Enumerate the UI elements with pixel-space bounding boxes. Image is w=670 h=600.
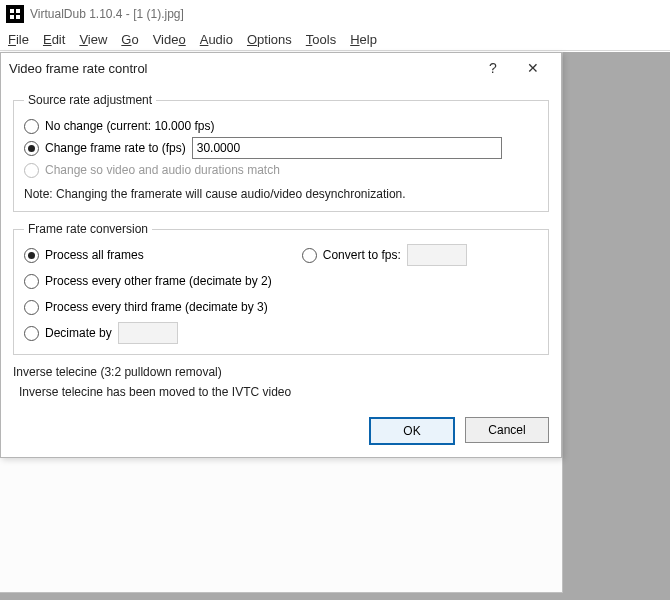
menu-view[interactable]: View: [79, 32, 107, 47]
radio-decimate-2[interactable]: [24, 274, 39, 289]
svg-rect-3: [10, 15, 14, 19]
radio-convert-to-fps[interactable]: [302, 248, 317, 263]
group-source-rate: Source rate adjustment No change (curren…: [13, 93, 549, 212]
menu-tools[interactable]: Tools: [306, 32, 336, 47]
group-frame-rate-conversion: Frame rate conversion Process all frames…: [13, 222, 549, 355]
radio-match-av-durations: [24, 163, 39, 178]
input-decimate-by-value[interactable]: [118, 322, 178, 344]
svg-rect-4: [16, 15, 20, 19]
dialog-video-frame-rate: Video frame rate control ? ✕ Source rate…: [0, 52, 562, 458]
radio-decimate-3[interactable]: [24, 300, 39, 315]
label-decimate-3: Process every third frame (decimate by 3…: [45, 300, 268, 314]
menu-go[interactable]: Go: [121, 32, 138, 47]
label-process-all: Process all frames: [45, 248, 144, 262]
input-convert-to-fps-value[interactable]: [407, 244, 467, 266]
menu-audio[interactable]: Audio: [200, 32, 233, 47]
dialog-close-button[interactable]: ✕: [513, 54, 553, 82]
radio-decimate-by[interactable]: [24, 326, 39, 341]
menu-options[interactable]: Options: [247, 32, 292, 47]
menu-file[interactable]: File: [8, 32, 29, 47]
svg-rect-2: [16, 9, 20, 13]
group-frc-legend: Frame rate conversion: [24, 222, 152, 236]
section-inverse-telecine: Inverse telecine (3:2 pulldown removal) …: [13, 365, 549, 399]
ivtc-header: Inverse telecine (3:2 pulldown removal): [13, 365, 549, 379]
label-match-av-durations: Change so video and audio durations matc…: [45, 163, 280, 177]
ivtc-body: Inverse telecine has been moved to the I…: [13, 385, 549, 399]
label-no-change: No change (current: 10.000 fps): [45, 119, 214, 133]
menu-edit[interactable]: Edit: [43, 32, 65, 47]
radio-no-change[interactable]: [24, 119, 39, 134]
input-change-frame-rate-value[interactable]: [192, 137, 502, 159]
menu-video[interactable]: Video: [153, 32, 186, 47]
label-change-frame-rate: Change frame rate to (fps): [45, 141, 186, 155]
cancel-button[interactable]: Cancel: [465, 417, 549, 443]
note-desync: Note: Changing the framerate will cause …: [24, 187, 538, 201]
radio-change-frame-rate[interactable]: [24, 141, 39, 156]
label-decimate-2: Process every other frame (decimate by 2…: [45, 274, 272, 288]
radio-process-all[interactable]: [24, 248, 39, 263]
dialog-title: Video frame rate control: [9, 61, 473, 76]
group-source-rate-legend: Source rate adjustment: [24, 93, 156, 107]
label-convert-to-fps: Convert to fps:: [323, 248, 401, 262]
label-decimate-by: Decimate by: [45, 326, 112, 340]
menubar: File Edit View Go Video Audio Options To…: [0, 28, 670, 51]
app-icon: [6, 5, 24, 23]
ok-button[interactable]: OK: [369, 417, 455, 445]
menu-help[interactable]: Help: [350, 32, 377, 47]
svg-rect-1: [10, 9, 14, 13]
dialog-help-button[interactable]: ?: [473, 54, 513, 82]
dialog-titlebar: Video frame rate control ? ✕: [1, 53, 561, 83]
app-title: VirtualDub 1.10.4 - [1 (1).jpg]: [30, 7, 184, 21]
app-titlebar: VirtualDub 1.10.4 - [1 (1).jpg]: [0, 0, 670, 28]
